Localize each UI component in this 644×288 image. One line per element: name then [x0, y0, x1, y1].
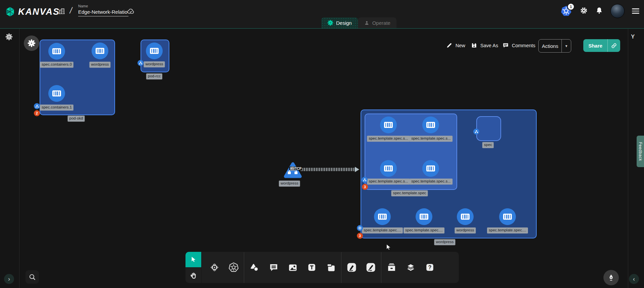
pod-badge-icon[interactable] — [34, 103, 40, 109]
annotation-pen-nib-button[interactable] — [603, 270, 619, 285]
design-name-field: Name — [78, 4, 132, 16]
node-template-container[interactable] — [416, 208, 432, 225]
error-count-badge[interactable]: 3 — [357, 233, 363, 239]
expand-left-panel-button[interactable]: › — [4, 274, 14, 284]
node-label: spec.template.spec.... — [362, 227, 403, 233]
feedback-tab[interactable]: Feedback — [637, 136, 644, 167]
pencil-tool-button[interactable] — [361, 252, 380, 283]
container-icon — [378, 214, 387, 220]
pointer-tool-column — [185, 252, 202, 283]
pod-badge-icon[interactable] — [473, 129, 479, 135]
new-button[interactable]: New — [446, 42, 465, 49]
comments-button[interactable]: Comments — [502, 42, 535, 49]
comment-tool-button[interactable] — [264, 252, 283, 283]
new-label: New — [455, 43, 465, 48]
kubernetes-context-button[interactable]: 1 — [560, 5, 572, 17]
shapes-tool-button[interactable] — [245, 252, 264, 283]
node-label: spec.template.spec.s... — [410, 178, 452, 185]
group-label: wordpress — [434, 239, 455, 245]
share-button[interactable]: Share — [583, 39, 620, 52]
deployment-badge-icon[interactable] — [357, 225, 363, 231]
context-count-badge: 1 — [567, 3, 575, 10]
node-template-container[interactable] — [380, 117, 397, 133]
design-name-input[interactable] — [78, 8, 128, 16]
help-tool-button[interactable]: ? — [420, 252, 439, 283]
mouse-cursor — [385, 243, 392, 252]
save-as-button[interactable]: Save As — [471, 42, 498, 49]
right-rail-divider — [628, 29, 628, 288]
copy-link-icon[interactable] — [608, 43, 620, 49]
pod-badge-icon[interactable] — [138, 60, 144, 66]
note-icon — [326, 263, 336, 273]
breadcrumb-slash: / — [69, 5, 73, 16]
zoom-search-button[interactable] — [25, 270, 39, 284]
drawer-tool-button[interactable] — [382, 252, 401, 283]
actions-label: Actions — [539, 43, 561, 49]
group-label: spec.template.spec — [391, 190, 428, 196]
pen-icon — [346, 262, 357, 273]
node-label: spec.template.spec.s... — [410, 136, 452, 142]
mode-tabs: Design Operate — [321, 17, 396, 28]
node-template-container[interactable] — [499, 208, 516, 225]
tab-design[interactable]: Design — [321, 17, 358, 28]
hand-icon — [190, 271, 198, 279]
organization-icon[interactable] — [58, 7, 66, 16]
design-mode-icon — [327, 20, 333, 26]
user-avatar[interactable] — [610, 4, 625, 18]
text-icon — [307, 263, 317, 272]
share-label: Share — [583, 43, 607, 49]
canvas-toolbar: ? — [185, 252, 459, 283]
layers-tool-button[interactable] — [401, 252, 420, 283]
node-label: wordpress — [89, 62, 110, 68]
image-icon — [288, 263, 298, 273]
note-tool-button[interactable] — [321, 252, 340, 283]
tab-operate[interactable]: Operate — [358, 17, 396, 28]
node-spec-containers-1[interactable] — [48, 85, 65, 102]
container-icon — [426, 122, 435, 128]
image-tool-button[interactable] — [283, 252, 302, 283]
settings-gear-icon[interactable] — [580, 6, 588, 16]
pan-tool-button[interactable] — [185, 267, 201, 283]
actions-button[interactable]: Actions ▼ — [538, 39, 571, 53]
brand-text: KANVAS — [18, 7, 60, 17]
collapse-right-panel-button[interactable]: ‹ — [629, 274, 639, 284]
pen-tool-button[interactable] — [342, 252, 361, 283]
group-label: pod-skd — [68, 116, 85, 122]
node-template-container[interactable] — [422, 160, 439, 177]
node-label: spec.template.spec.... — [487, 227, 528, 233]
node-template-container[interactable] — [374, 208, 391, 225]
edge-service-to-deployment[interactable] — [301, 168, 355, 171]
kanvas-logo-icon — [5, 6, 15, 17]
toolbar-body: ? — [202, 252, 459, 283]
component-tool-button[interactable] — [205, 252, 224, 283]
node-label: spec.template.spec.s... — [367, 136, 410, 142]
actions-caret-icon[interactable]: ▼ — [562, 44, 571, 48]
kubernetes-tool-button[interactable] — [224, 252, 243, 283]
node-label: wordpress — [454, 227, 476, 233]
menu-hamburger-icon[interactable] — [632, 7, 639, 15]
node-service-wordpress[interactable] — [283, 162, 302, 180]
edge-port-label: 80/TCP — [289, 167, 303, 170]
node-wordpress-container[interactable] — [457, 208, 474, 225]
magnifier-icon — [28, 273, 37, 281]
error-count-badge[interactable]: 2 — [34, 110, 40, 116]
node-label: spec.containers.1 — [40, 104, 73, 111]
node-template-container[interactable] — [380, 160, 397, 177]
node-label: spec.template.spec.s... — [367, 178, 410, 185]
text-tool-button[interactable] — [302, 252, 321, 283]
design-name-label: Name — [78, 4, 132, 8]
toolbar-divider — [244, 252, 244, 283]
cloud-saved-icon — [126, 7, 135, 17]
brand[interactable]: KANVAS — [5, 6, 60, 17]
shapes-icon — [250, 263, 260, 273]
select-tool-button[interactable] — [185, 252, 201, 267]
tab-operate-label: Operate — [372, 20, 390, 26]
node-spec[interactable] — [476, 116, 501, 141]
node-label: spec.template.spec.... — [404, 227, 444, 233]
pod-badge-icon[interactable] — [362, 177, 368, 183]
notifications-bell-icon[interactable] — [595, 7, 603, 16]
cursor-arrow-icon — [190, 256, 197, 263]
group-label: pod-rcc — [146, 73, 162, 79]
node-template-container[interactable] — [422, 117, 439, 133]
error-count-badge[interactable]: 3 — [362, 184, 368, 190]
